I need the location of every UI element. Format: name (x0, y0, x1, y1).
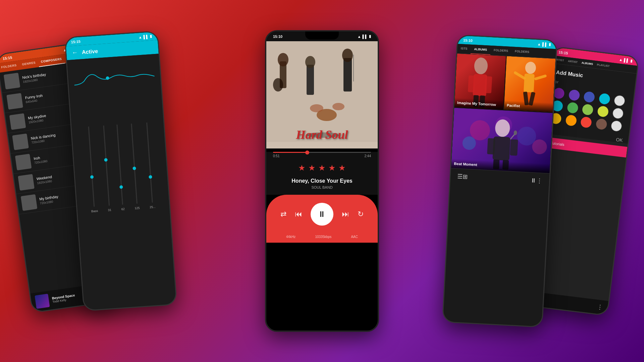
signal-icon: ▌▌ (542, 42, 548, 47)
eq-bar-track (88, 126, 95, 207)
bitrate: 10335kbps (315, 235, 331, 239)
color-grid[interactable] (550, 87, 628, 132)
color-dot[interactable] (565, 114, 577, 126)
color-dot-white[interactable] (612, 107, 624, 119)
eq-bar-col[interactable]: Bass (85, 126, 98, 213)
tab-ists[interactable]: ISTS (457, 44, 471, 54)
status-icons-3: ▲ ▌▌ ▮ (358, 34, 371, 39)
star-5[interactable]: ★ (338, 163, 346, 173)
thumbnail (21, 194, 38, 211)
band-image: Hard Soul (266, 41, 378, 148)
star-4[interactable]: ★ (328, 163, 336, 173)
song-title: Honey, Close Your Eyes (273, 178, 371, 184)
eq-label: 125 (135, 206, 140, 210)
color-dot[interactable] (568, 89, 580, 101)
color-dot[interactable] (567, 102, 579, 114)
tab-artist-2[interactable]: ARTIST (566, 57, 580, 66)
more-icon[interactable]: ⋮ (596, 303, 603, 311)
color-dot[interactable] (598, 93, 610, 105)
eq-bar-col[interactable]: 125 (129, 123, 140, 210)
status-icons-4: ▲ ▌▌ ▮ (537, 42, 551, 47)
eq-bar-col[interactable]: 25... (144, 122, 156, 209)
svg-point-7 (305, 56, 315, 68)
album-name-pacifist: Pacifist (507, 103, 550, 110)
ok-button[interactable]: OK (616, 137, 623, 143)
eq-bar-col[interactable]: 31 (102, 125, 111, 212)
star-2[interactable]: ★ (308, 163, 316, 173)
notch (305, 32, 339, 40)
time-1: 15:15 (2, 55, 12, 61)
eq-label: 62 (121, 207, 125, 211)
format: AAC (351, 235, 358, 239)
grid-icon[interactable]: ⊞ (463, 173, 468, 181)
album-card-pacifist[interactable]: Pacifist (504, 56, 555, 112)
album-card-imagine[interactable]: Imagine My Tomorrow (454, 54, 506, 110)
signal-icon: ▌▌ (143, 35, 149, 39)
eq-bar-track (131, 123, 138, 204)
wifi-icon: ▲ (138, 35, 142, 39)
filter-icon[interactable]: ☰ (457, 173, 463, 180)
time-5: 15:15 (558, 50, 568, 55)
eq-bar-col[interactable]: 62 (115, 124, 125, 211)
time-4: 15:10 (463, 38, 473, 42)
band-svg (266, 41, 378, 142)
eq-bar-track (146, 122, 153, 203)
band-name-text: Hard Soul (296, 128, 348, 148)
star-3[interactable]: ★ (318, 163, 326, 173)
color-dot[interactable] (597, 106, 609, 118)
time-2: 15:15 (71, 39, 80, 44)
album-grid: Imagine My Tomorrow (451, 54, 555, 173)
status-icons-5: ▲ ▌▌ ▮ (619, 57, 633, 63)
sample-rate: 44kHz (286, 235, 296, 239)
pause-button[interactable]: ⏸ (311, 203, 333, 226)
tab-albums[interactable]: ALBUMS (471, 45, 491, 55)
svg-rect-11 (343, 58, 352, 92)
svg-rect-17 (468, 75, 476, 92)
battery-icon: ▮ (630, 59, 633, 63)
repeat-button[interactable]: ↻ (358, 210, 364, 219)
thumbnail (12, 133, 29, 150)
eq-bar-track (117, 124, 123, 205)
color-dot[interactable] (583, 91, 595, 103)
phone-albums: 15:10 ▲ ▌▌ ▮ ISTS ALBUMS FOLDERS FOLDERS (442, 35, 558, 328)
svg-rect-23 (524, 73, 535, 92)
shuffle-button[interactable]: ⇄ (280, 210, 286, 219)
time-current: 0:51 (273, 154, 279, 158)
back-icon[interactable]: ← (71, 49, 78, 56)
eq-bar-track (103, 125, 110, 206)
color-dot[interactable] (580, 116, 592, 128)
time-row: 0:51 2:44 (273, 154, 371, 159)
add-music-content: Add Music or OK (543, 63, 637, 143)
thumbnail (6, 93, 23, 110)
album-card-beat[interactable]: Beat Moment (451, 108, 553, 173)
progress-track[interactable] (273, 152, 371, 153)
tab-folders-2[interactable]: FOLDERS (511, 47, 533, 57)
battery-icon: ▮ (549, 42, 551, 47)
next-button[interactable]: ⏭ (342, 210, 349, 219)
color-dot[interactable] (582, 104, 594, 116)
phone-player: 15:10 ▲ ▌▌ ▮ (265, 30, 379, 332)
signal-icon: ▌▌ (362, 35, 368, 39)
color-dot[interactable] (595, 118, 607, 130)
tab-folders-1[interactable]: FOLDERS (490, 46, 512, 56)
prev-button[interactable]: ⏮ (295, 210, 302, 219)
stars-row[interactable]: ★ ★ ★ ★ ★ (266, 159, 378, 175)
svg-point-4 (278, 53, 288, 66)
pause-mini-icon[interactable]: ⏸ (530, 177, 537, 184)
svg-rect-6 (307, 65, 314, 95)
time-total: 2:44 (365, 154, 371, 158)
svg-rect-37 (510, 139, 518, 156)
progress-bar-wrap[interactable]: 0:51 2:44 (266, 152, 378, 159)
svg-point-12 (342, 49, 353, 62)
more-icon[interactable]: ⋮ (536, 177, 543, 185)
color-dot-white[interactable] (614, 95, 626, 107)
player-controls[interactable]: ⇄ ⏮ ⏸ ⏭ ↻ (266, 195, 378, 234)
equalizer-bars: Bass 31 62 (75, 94, 164, 214)
thumbnail (15, 154, 32, 171)
star-1[interactable]: ★ (298, 163, 306, 173)
battery-icon: ▮ (150, 34, 152, 39)
time-3: 15:10 (273, 35, 282, 39)
color-dot-white[interactable] (610, 120, 623, 132)
progress-knob (305, 150, 309, 155)
header-title: Active (82, 48, 98, 55)
